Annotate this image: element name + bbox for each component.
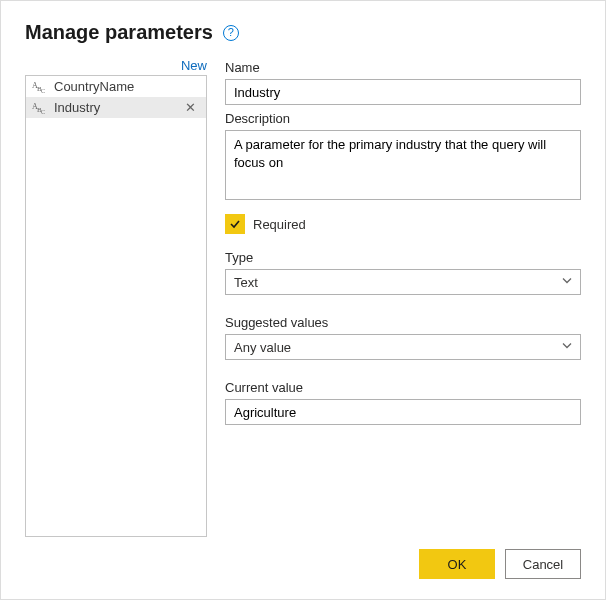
text-type-icon: A B C <box>32 80 50 94</box>
parameter-form: Name Description A parameter for the pri… <box>225 58 581 537</box>
name-label: Name <box>225 60 581 75</box>
help-icon[interactable]: ? <box>223 25 239 41</box>
description-label: Description <box>225 111 581 126</box>
suggested-values-label: Suggested values <box>225 315 581 330</box>
dialog-title: Manage parameters <box>25 21 213 44</box>
description-input[interactable]: A parameter for the primary industry tha… <box>225 130 581 200</box>
svg-text:C: C <box>41 88 45 94</box>
parameter-item-industry[interactable]: A B C Industry ✕ <box>26 97 206 118</box>
suggested-values-select[interactable]: Any value <box>225 334 581 360</box>
dialog-footer: OK Cancel <box>25 549 581 579</box>
parameter-item-countryname[interactable]: A B C CountryName <box>26 76 206 97</box>
current-value-label: Current value <box>225 380 581 395</box>
parameter-item-label: Industry <box>54 100 177 115</box>
required-label: Required <box>253 217 306 232</box>
dialog-header: Manage parameters ? <box>25 21 581 44</box>
required-checkbox[interactable] <box>225 214 245 234</box>
parameter-list: A B C CountryName A B C <box>25 75 207 537</box>
cancel-button[interactable]: Cancel <box>505 549 581 579</box>
current-value-input[interactable] <box>225 399 581 425</box>
remove-parameter-icon[interactable]: ✕ <box>181 100 200 115</box>
new-parameter-link[interactable]: New <box>25 58 207 73</box>
suggested-values-value: Any value <box>234 340 291 355</box>
type-value: Text <box>234 275 258 290</box>
text-type-icon: A B C <box>32 101 50 115</box>
type-label: Type <box>225 250 581 265</box>
name-input[interactable] <box>225 79 581 105</box>
ok-button[interactable]: OK <box>419 549 495 579</box>
parameter-item-label: CountryName <box>54 79 200 94</box>
parameters-sidebar: New A B C CountryName A <box>25 58 207 537</box>
type-select[interactable]: Text <box>225 269 581 295</box>
svg-text:C: C <box>41 109 45 115</box>
